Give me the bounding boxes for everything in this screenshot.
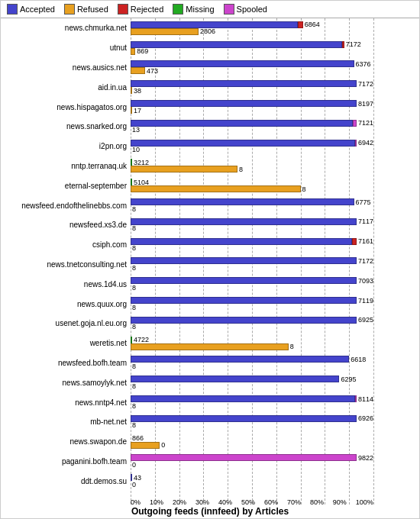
bar-value-top: 6942 xyxy=(358,139,373,147)
bar-bottom-track: 8 xyxy=(131,264,373,271)
bar-segment-accepted xyxy=(131,140,355,147)
bar-group: 69258 xyxy=(131,317,373,330)
bar-group: 717238 xyxy=(131,80,373,94)
bar-top-track: 6942 xyxy=(131,140,373,147)
legend-item-missing: Missing xyxy=(173,4,214,15)
bar-value-top: 6925 xyxy=(358,316,373,324)
bar-segment-rejected xyxy=(298,21,302,28)
bar-top-track: 7119 xyxy=(131,297,373,304)
x-label: 80% xyxy=(310,498,324,506)
bar-segment-accepted xyxy=(131,198,354,205)
bar-value-bottom: 0 xyxy=(132,481,136,488)
bar-top-track: 5104 xyxy=(131,179,373,185)
legend-label-spooled: Spooled xyxy=(237,5,267,14)
bar-value-bottom: 8 xyxy=(290,343,294,350)
legend-label-accepted: Accepted xyxy=(20,5,55,14)
bar-bottom-track: 8 xyxy=(131,324,373,330)
bar-label: news.swapon.de xyxy=(1,437,127,446)
bar-group: 70938 xyxy=(131,277,373,291)
bar-label: news.ausics.net xyxy=(1,63,127,72)
bar-row: ddt.demos.su430 xyxy=(131,471,373,491)
bar-value-top: 5104 xyxy=(134,179,149,186)
bar-segment-refused xyxy=(131,48,135,55)
bar-group: 98220 xyxy=(131,454,373,468)
bar-segment-refused xyxy=(131,185,301,192)
bar-top-track: 6618 xyxy=(131,356,373,363)
bar-segment-accepted xyxy=(131,218,357,225)
bar-top-track: 7172 xyxy=(131,80,373,87)
bar-group: 81148 xyxy=(131,395,373,409)
bar-segment-spooled xyxy=(355,395,357,402)
bar-group: 8660 xyxy=(131,435,373,449)
bar-row: news.snarked.org712113 xyxy=(131,117,373,137)
bar-segment-accepted xyxy=(131,376,339,382)
bar-value-top: 7119 xyxy=(358,297,373,305)
bar-label: news.tnetconsulting.net xyxy=(1,260,127,269)
bar-segment-rejected xyxy=(352,238,357,245)
bar-segment-accepted xyxy=(131,100,357,107)
bar-label: utnut xyxy=(1,44,127,52)
bar-top-track: 6775 xyxy=(131,198,373,205)
bar-value-bottom: 8 xyxy=(132,244,136,252)
bar-value-top: 7117 xyxy=(358,218,373,225)
bar-row: news.chmurka.net68642806 xyxy=(131,18,373,38)
bar-value-top: 6864 xyxy=(305,21,320,28)
bar-segment-refused xyxy=(131,343,289,350)
bar-bottom-track: 473 xyxy=(131,67,373,74)
bar-value-bottom: 8 xyxy=(132,284,136,292)
bar-bottom-track: 0 xyxy=(131,461,373,468)
bar-value-top: 8197 xyxy=(358,100,373,108)
bar-top-track: 7161 xyxy=(131,238,373,245)
bar-value-top: 7093 xyxy=(358,277,373,285)
bar-bottom-track: 8 xyxy=(131,166,373,172)
bar-label: newsfeed.xs3.de xyxy=(1,221,127,229)
bar-label: newsfeed.endofthelinebbs.com xyxy=(1,201,127,210)
x-label: 40% xyxy=(218,498,232,506)
bar-value-bottom: 8 xyxy=(132,402,136,410)
bar-bottom-track: 8 xyxy=(131,225,373,232)
bar-bottom-track: 10 xyxy=(131,147,373,153)
gridline xyxy=(373,18,374,504)
legend-item-rejected: Rejected xyxy=(118,4,163,15)
bar-top-track: 6295 xyxy=(131,376,373,382)
bar-top-track: 6926 xyxy=(131,415,373,422)
bar-segment-spooled xyxy=(355,140,357,147)
x-label: 0% xyxy=(131,498,141,506)
bar-label: mb-net.net xyxy=(1,417,127,426)
bar-top-track: 8197 xyxy=(131,100,373,107)
legend: AcceptedRefusedRejectedMissingSpooled xyxy=(1,1,419,18)
bar-top-track: 7172 xyxy=(131,257,373,264)
bar-row: news.samoylyk.net62958 xyxy=(131,372,373,392)
x-label: 90% xyxy=(333,498,347,506)
bar-value-top: 7172 xyxy=(358,80,373,88)
bar-segment-missing xyxy=(131,159,132,166)
bar-label: eternal-september xyxy=(1,182,127,190)
x-label: 70% xyxy=(287,498,301,506)
bar-label: news.snarked.org xyxy=(1,122,127,131)
bar-row: usenet.goja.nl.eu.org69258 xyxy=(131,314,373,334)
bar-label: news.1d4.us xyxy=(1,280,127,289)
bar-value-bottom: 8 xyxy=(132,421,136,429)
x-axis-title: Outgoing feeds (innfeed) by Articles xyxy=(1,504,419,518)
bar-group: 51048 xyxy=(131,179,373,192)
bar-row: news.1d4.us70938 xyxy=(131,274,373,294)
bar-top-track: 9822 xyxy=(131,454,373,461)
bar-segment-accepted xyxy=(131,297,357,304)
bar-value-bottom: 8 xyxy=(132,382,136,390)
legend-label-rejected: Rejected xyxy=(131,5,163,14)
x-label: 100% xyxy=(356,498,373,506)
bar-row: utnut7172869 xyxy=(131,38,373,58)
bar-segment-accepted xyxy=(131,257,357,264)
bar-value-bottom: 38 xyxy=(134,87,141,95)
bar-value-bottom: 0 xyxy=(161,441,165,449)
bar-label: news.nntp4.net xyxy=(1,398,127,407)
legend-label-refused: Refused xyxy=(77,5,108,14)
legend-color-spooled xyxy=(224,4,234,15)
bar-group: 7172869 xyxy=(131,41,373,55)
bar-top-track: 7093 xyxy=(131,277,373,284)
bar-value-bottom: 8 xyxy=(132,224,136,232)
bar-label: ddt.demos.su xyxy=(1,477,127,485)
bar-group: 62958 xyxy=(131,376,373,389)
bar-bottom-track: 0 xyxy=(131,442,373,449)
bar-group: 71618 xyxy=(131,238,373,252)
